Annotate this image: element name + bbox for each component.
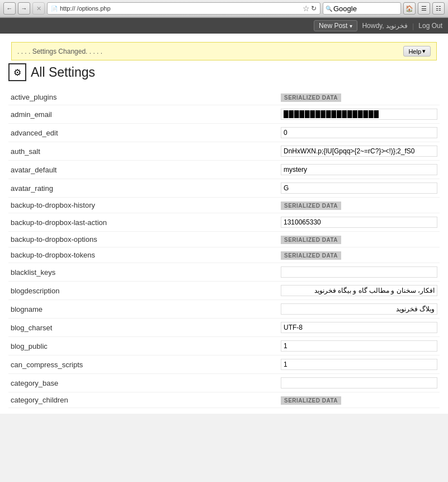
serialized-badge: SERIALIZED DATA xyxy=(281,396,341,405)
address-text: http:// /options.php xyxy=(60,5,301,12)
setting-name-cell: avatar_rating xyxy=(8,179,279,198)
logout-link[interactable]: Log Out xyxy=(418,22,442,30)
setting-value-cell[interactable] xyxy=(279,124,440,142)
favicon-icon: 📄 xyxy=(51,6,58,12)
menu-button[interactable]: ☷ xyxy=(432,2,445,15)
table-row: avatar_rating xyxy=(8,179,440,198)
table-row: active_pluginsSERIALIZED DATA xyxy=(8,90,440,105)
setting-value-cell[interactable] xyxy=(279,179,440,198)
setting-value-input[interactable] xyxy=(281,285,437,296)
setting-value-cell[interactable] xyxy=(279,300,440,319)
setting-value-input[interactable] xyxy=(281,127,437,138)
setting-name-cell: admin_email xyxy=(8,105,279,124)
gear-icon: ⚙ xyxy=(13,67,21,78)
search-icon: 🔍 xyxy=(326,6,332,12)
help-button[interactable]: Help ▾ xyxy=(403,46,431,57)
setting-name-cell: blogdescription xyxy=(8,282,279,300)
setting-name-cell: blog_public xyxy=(8,337,279,355)
setting-value-cell: SERIALIZED DATA xyxy=(279,392,440,408)
setting-value-cell: SERIALIZED DATA xyxy=(279,247,440,263)
notice-bar: . . . . Settings Changed. . . . . Help ▾ xyxy=(11,42,437,60)
table-row: category_childrenSERIALIZED DATA xyxy=(8,392,440,408)
setting-value-cell[interactable] xyxy=(279,374,440,392)
setting-value-cell[interactable] xyxy=(279,282,440,300)
setting-value-cell[interactable] xyxy=(279,142,440,161)
setting-name-cell: category_children xyxy=(8,392,279,408)
settings-page-icon: ⚙ xyxy=(8,63,26,81)
setting-value-input[interactable] xyxy=(281,359,437,370)
table-row: auth_salt xyxy=(8,142,440,161)
bookmark-star-icon[interactable]: ☆ xyxy=(303,4,310,13)
setting-value-cell[interactable] xyxy=(279,337,440,355)
refresh-icon[interactable]: ↻ xyxy=(311,4,317,12)
setting-value-cell: SERIALIZED DATA xyxy=(279,232,440,247)
wp-admin-bar: New Post ▾ Howdy, فخرنوید | Log Out xyxy=(0,18,448,34)
setting-value-input[interactable] xyxy=(281,182,437,194)
page-title: All Settings xyxy=(31,65,95,80)
setting-value-input[interactable] xyxy=(281,109,437,120)
setting-name-cell: blog_charset xyxy=(8,319,279,337)
setting-name-cell: advanced_edit xyxy=(8,124,279,142)
setting-value-cell[interactable] xyxy=(279,105,440,124)
search-bar[interactable]: 🔍 Google xyxy=(323,2,401,15)
table-row: backup-to-dropbox-historySERIALIZED DATA xyxy=(8,198,440,213)
new-post-arrow-icon: ▾ xyxy=(350,23,352,29)
new-post-label: New Post xyxy=(319,22,347,30)
table-row: avatar_default xyxy=(8,161,440,179)
setting-value-input[interactable] xyxy=(281,164,437,175)
howdy-text: Howdy, فخرنوید xyxy=(362,22,407,30)
serialized-badge: SERIALIZED DATA xyxy=(281,93,341,102)
setting-value-input[interactable] xyxy=(281,322,437,333)
setting-value-cell: SERIALIZED DATA xyxy=(279,90,440,105)
table-row: admin_email xyxy=(8,105,440,124)
browser-chrome: ← → ✕ 📄 http:// /options.php ☆ ↻ 🔍 Googl… xyxy=(0,0,448,18)
home-button[interactable]: 🏠 xyxy=(403,2,416,15)
table-row: blacklist_keys xyxy=(8,263,440,282)
back-button[interactable]: ← xyxy=(3,2,16,15)
notice-text: . . . . Settings Changed. . . . . xyxy=(17,48,102,55)
table-row: advanced_edit xyxy=(8,124,440,142)
setting-value-input[interactable] xyxy=(281,217,437,228)
setting-name-cell: backup-to-dropbox-options xyxy=(8,232,279,247)
setting-name-cell: category_base xyxy=(8,374,279,392)
serialized-badge: SERIALIZED DATA xyxy=(281,251,341,260)
serialized-badge: SERIALIZED DATA xyxy=(281,202,341,210)
serialized-badge: SERIALIZED DATA xyxy=(281,236,341,244)
forward-button[interactable]: → xyxy=(18,2,30,15)
setting-name-cell: backup-to-dropbox-tokens xyxy=(8,247,279,263)
setting-name-cell: auth_salt xyxy=(8,142,279,161)
setting-name-cell: blacklist_keys xyxy=(8,263,279,282)
stop-button[interactable]: ✕ xyxy=(32,2,45,15)
browser-toolbar: ← → ✕ 📄 http:// /options.php ☆ ↻ 🔍 Googl… xyxy=(0,0,448,17)
setting-value-cell: SERIALIZED DATA xyxy=(279,198,440,213)
setting-name-cell: backup-to-dropbox-history xyxy=(8,198,279,213)
setting-value-cell[interactable] xyxy=(279,355,440,374)
setting-value-input[interactable] xyxy=(281,377,437,389)
settings-table: active_pluginsSERIALIZED DATAadmin_email… xyxy=(8,90,440,408)
bookmarks-button[interactable]: ☰ xyxy=(418,2,430,15)
setting-value-input[interactable] xyxy=(281,303,437,315)
setting-value-input[interactable] xyxy=(281,146,437,157)
setting-value-cell[interactable] xyxy=(279,161,440,179)
address-bar[interactable]: 📄 http:// /options.php ☆ ↻ xyxy=(47,2,320,15)
table-row: blogdescription xyxy=(8,282,440,300)
table-row: can_compress_scripts xyxy=(8,355,440,374)
help-label: Help xyxy=(408,48,421,55)
table-row: category_base xyxy=(8,374,440,392)
separator: | xyxy=(412,22,414,30)
table-row: blogname xyxy=(8,300,440,319)
setting-value-input[interactable] xyxy=(281,266,437,278)
setting-value-cell[interactable] xyxy=(279,319,440,337)
page-title-area: ⚙ All Settings xyxy=(8,63,440,81)
setting-value-cell[interactable] xyxy=(279,213,440,232)
setting-name-cell: blogname xyxy=(8,300,279,319)
setting-value-cell[interactable] xyxy=(279,263,440,282)
table-row: blog_charset xyxy=(8,319,440,337)
page-content: . . . . Settings Changed. . . . . Help ▾… xyxy=(0,34,448,414)
setting-name-cell: can_compress_scripts xyxy=(8,355,279,374)
setting-name-cell: avatar_default xyxy=(8,161,279,179)
setting-value-input[interactable] xyxy=(281,340,437,352)
new-post-button[interactable]: New Post ▾ xyxy=(314,20,357,31)
search-engine-label: Google xyxy=(333,4,357,13)
table-row: backup-to-dropbox-last-action xyxy=(8,213,440,232)
